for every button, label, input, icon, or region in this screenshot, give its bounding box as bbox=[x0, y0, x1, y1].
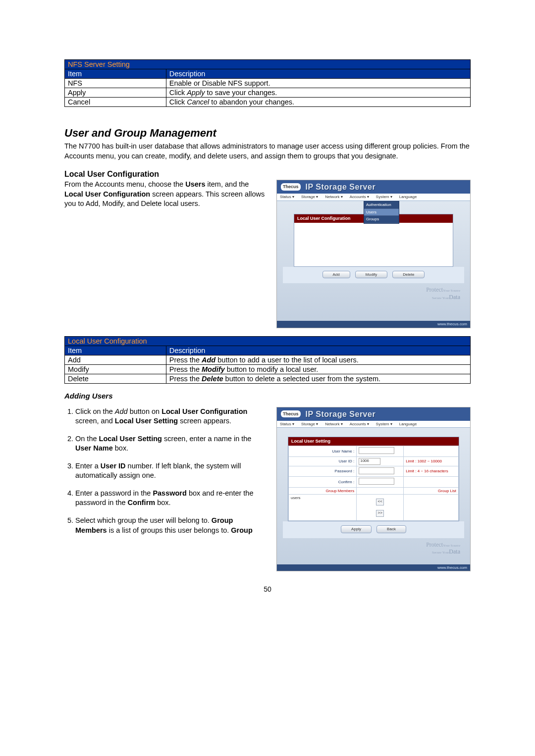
table-row: Add Press the Add button to add a user t… bbox=[65, 355, 471, 364]
main-menu: Status ▾ Storage ▾ Network ▾ Accounts ▾ … bbox=[277, 194, 470, 201]
table-row: Cancel Click Cancel to abandon your chan… bbox=[65, 98, 471, 107]
step-2: On the Local User Setting screen, enter … bbox=[75, 434, 267, 454]
footer-url: www.thecus.com bbox=[277, 321, 470, 328]
back-button[interactable]: Back bbox=[376, 525, 406, 533]
table-row: Apply Click Apply to save your changes. bbox=[65, 88, 471, 98]
table-row: Modify Press the Modify button to modify… bbox=[65, 364, 471, 374]
label-confirm: Confirm : bbox=[289, 477, 357, 488]
label-group-list: Group List bbox=[404, 487, 459, 495]
local-col-item: Item bbox=[65, 346, 166, 355]
group-list-box[interactable] bbox=[404, 495, 459, 521]
password-limit: Limit : 4 ~ 16 characters bbox=[404, 466, 459, 477]
local-user-paragraph: From the Accounts menu, choose the Users… bbox=[64, 180, 267, 209]
footer-url: www.thecus.com bbox=[277, 564, 470, 571]
label-userid: User ID : bbox=[289, 456, 357, 466]
accounts-dropdown: Authentication Users Groups bbox=[364, 201, 399, 224]
ip-storage-title: IP Storage Server bbox=[306, 182, 376, 192]
page-number: 50 bbox=[64, 585, 471, 593]
password-field[interactable] bbox=[359, 467, 394, 474]
add-button[interactable]: Add bbox=[322, 271, 350, 279]
delete-button[interactable]: Delete bbox=[392, 271, 425, 279]
local-user-config-screenshot: Thecus IP Storage Server Status ▾ Storag… bbox=[276, 180, 471, 328]
section-title: User and Group Management bbox=[64, 127, 471, 140]
nfs-server-setting-table: NFS Server Setting Item Description NFS … bbox=[64, 59, 471, 107]
local-col-desc: Description bbox=[166, 346, 470, 355]
adding-users-steps: Click on the Add button on Local User Co… bbox=[64, 407, 267, 536]
label-group-members: Group Members bbox=[289, 487, 357, 495]
move-right-button[interactable]: >> bbox=[376, 510, 384, 517]
label-username: User Name : bbox=[289, 446, 357, 457]
userid-field[interactable]: 1006 bbox=[359, 458, 380, 465]
table-row: NFS Enable or Disable NFS support. bbox=[65, 79, 471, 88]
userid-limit: Limit : 1002 ~ 10000 bbox=[404, 456, 459, 466]
table-row: Delete Press the Delete button to delete… bbox=[65, 374, 471, 383]
group-members-box[interactable]: users bbox=[289, 495, 357, 521]
thecus-logo: Thecus bbox=[281, 183, 301, 191]
footer-branding: ProtectYour Source Secure YourData bbox=[283, 538, 464, 556]
local-user-config-table: Local User Configuration Item Descriptio… bbox=[64, 336, 471, 384]
adding-users-heading: Adding Users bbox=[64, 392, 471, 400]
nfs-col-item: Item bbox=[65, 69, 166, 79]
modify-button[interactable]: Modify bbox=[355, 271, 388, 279]
section-intro: The N7700 has built-in user database tha… bbox=[64, 142, 471, 161]
local-user-setting-screenshot: Thecus IP Storage Server Status ▾ Storag… bbox=[276, 407, 471, 572]
label-password: Password : bbox=[289, 466, 357, 477]
local-table-title: Local User Configuration bbox=[65, 336, 471, 346]
apply-button[interactable]: Apply bbox=[341, 525, 372, 533]
step-1: Click on the Add button on Local User Co… bbox=[75, 407, 267, 426]
nfs-table-title: NFS Server Setting bbox=[65, 60, 471, 69]
footer-branding: ProtectYour Source Secure YourData bbox=[283, 283, 464, 302]
confirm-field[interactable] bbox=[359, 478, 394, 485]
local-user-heading: Local User Configuration bbox=[64, 170, 471, 179]
panel-title: Local User Setting bbox=[288, 437, 459, 446]
username-field[interactable] bbox=[359, 447, 394, 454]
move-left-button[interactable]: << bbox=[376, 499, 384, 505]
ip-storage-title: IP Storage Server bbox=[306, 409, 376, 419]
nfs-col-desc: Description bbox=[166, 69, 470, 79]
main-menu: Status ▾ Storage ▾ Network ▾ Accounts ▾ … bbox=[277, 421, 470, 428]
step-5: Select which group the user will belong … bbox=[75, 516, 267, 535]
thecus-logo: Thecus bbox=[281, 410, 301, 418]
step-3: Enter a User ID number. If left blank, t… bbox=[75, 461, 267, 481]
step-4: Enter a password in the Password box and… bbox=[75, 489, 267, 508]
